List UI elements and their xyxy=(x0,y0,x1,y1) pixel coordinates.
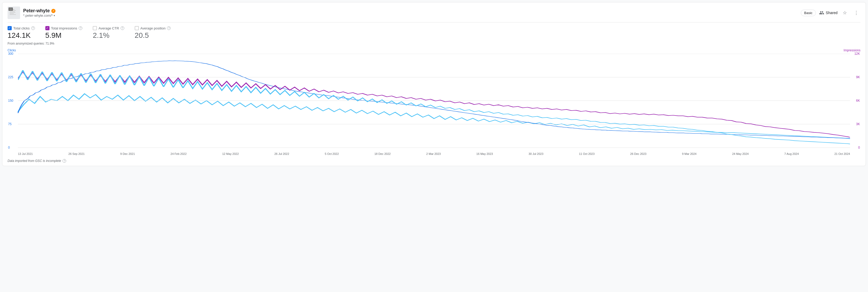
position-help[interactable]: ? xyxy=(167,26,170,30)
x-label-12: 26 Dec 2023 xyxy=(630,152,646,155)
x-label-11: 11 Oct 2023 xyxy=(579,152,594,155)
y-label-300: 300 xyxy=(8,52,13,56)
x-label-8: 2 Mar 2023 xyxy=(426,152,441,155)
shared-button[interactable]: Shared xyxy=(819,10,838,16)
chart-y-label-right: Impressions xyxy=(843,49,861,52)
svg-rect-3 xyxy=(10,11,15,12)
svg-rect-6 xyxy=(10,14,16,15)
svg-rect-5 xyxy=(10,13,14,14)
svg-rect-4 xyxy=(10,12,16,13)
impressions-label: Total impressions xyxy=(51,26,77,30)
footer-help[interactable]: ? xyxy=(63,159,66,163)
main-chart-svg xyxy=(18,54,850,148)
impressions-checkbox[interactable] xyxy=(45,26,50,30)
more-icon: ⋮ xyxy=(854,10,859,16)
x-label-0: 13 Jul 2021 xyxy=(18,152,33,155)
badge-label: Basic xyxy=(804,11,812,15)
ctr-label: Average CTR xyxy=(98,26,119,30)
position-label: Average position xyxy=(141,26,166,30)
metric-average-position: Average position ? 20.5 xyxy=(135,26,171,40)
svg-rect-8 xyxy=(9,8,12,10)
clicks-help[interactable]: ? xyxy=(31,26,35,30)
main-container: Peter-whyte ✓ *.peter-whyte.com/* ▾ Basi… xyxy=(2,2,866,166)
ctr-help[interactable]: ? xyxy=(121,26,124,30)
y-label-12k: 12K xyxy=(855,52,860,56)
position-value: 20.5 xyxy=(135,31,171,40)
x-label-3: 24 Feb 2022 xyxy=(170,152,187,155)
y-label-6k: 6K xyxy=(856,99,860,103)
y-label-75: 75 xyxy=(8,122,11,126)
y-label-0-right: 0 xyxy=(858,146,860,149)
x-labels: 13 Jul 2021 26 Sep 2021 9 Dec 2021 24 Fe… xyxy=(18,152,850,155)
site-thumbnail xyxy=(7,6,20,19)
site-name: Peter-whyte ✓ xyxy=(23,8,56,13)
verified-badge: ✓ xyxy=(51,9,56,13)
x-label-13: 9 Mar 2024 xyxy=(682,152,696,155)
y-label-9k: 9K xyxy=(856,75,860,79)
ctr-value: 2.1% xyxy=(93,31,124,40)
x-label-10: 30 Jul 2023 xyxy=(529,152,544,155)
chart-inner: 300 12K 225 9K 150 6K 75 3K 0 0 xyxy=(18,54,850,148)
chart-container: Clicks Impressions 300 12K 225 9K 150 6K… xyxy=(7,49,861,158)
anonymized-note: From anonymized queries: 71.9% xyxy=(7,42,861,46)
chevron-down-icon: ▾ xyxy=(54,14,55,17)
metric-average-ctr: Average CTR ? 2.1% xyxy=(93,26,124,40)
x-label-6: 5 Oct 2022 xyxy=(325,152,339,155)
clicks-checkbox[interactable] xyxy=(7,26,12,30)
position-checkbox[interactable] xyxy=(135,26,139,30)
x-label-7: 18 Dec 2022 xyxy=(374,152,391,155)
metrics-row: Total clicks ? 124.1K Total impressions … xyxy=(7,25,861,40)
star-button[interactable]: ☆ xyxy=(841,9,849,17)
x-label-14: 24 May 2024 xyxy=(732,152,749,155)
shared-label: Shared xyxy=(826,11,838,15)
x-label-2: 9 Dec 2021 xyxy=(120,152,135,155)
header: Peter-whyte ✓ *.peter-whyte.com/* ▾ Basi… xyxy=(7,6,861,19)
metric-total-impressions: Total impressions ? 5.9M xyxy=(45,26,82,40)
x-label-16: 21 Oct 2024 xyxy=(834,152,850,155)
x-label-1: 26 Sep 2021 xyxy=(68,152,85,155)
star-icon: ☆ xyxy=(843,10,847,16)
shared-icon xyxy=(819,10,824,16)
site-name-text: Peter-whyte xyxy=(23,8,50,13)
x-label-15: 7 Aug 2024 xyxy=(784,152,799,155)
clicks-label: Total clicks xyxy=(13,26,30,30)
x-label-9: 16 May 2023 xyxy=(476,152,493,155)
x-label-5: 26 Jul 2022 xyxy=(274,152,289,155)
clicks-value: 124.1K xyxy=(7,31,35,40)
more-button[interactable]: ⋮ xyxy=(852,9,861,17)
basic-badge: Basic xyxy=(801,10,816,16)
y-label-0: 0 xyxy=(8,146,10,149)
site-info: Peter-whyte ✓ *.peter-whyte.com/* ▾ xyxy=(23,8,56,18)
metric-total-clicks: Total clicks ? 124.1K xyxy=(7,26,35,40)
header-left: Peter-whyte ✓ *.peter-whyte.com/* ▾ xyxy=(7,6,56,19)
site-url[interactable]: *.peter-whyte.com/* ▾ xyxy=(23,13,56,18)
footer-note: Data imported from GSC is incomplete ? xyxy=(7,159,861,163)
metric-header-ctr: Average CTR ? xyxy=(93,26,124,30)
chart-y-label-left: Clicks xyxy=(7,49,16,52)
impressions-path xyxy=(18,72,850,137)
metric-header-impressions: Total impressions ? xyxy=(45,26,82,30)
y-label-225: 225 xyxy=(8,75,13,79)
footer-italic-text: Data imported from GSC is incomplete xyxy=(7,159,61,163)
metric-header-position: Average position ? xyxy=(135,26,171,30)
y-label-150: 150 xyxy=(8,99,13,103)
impressions-value: 5.9M xyxy=(45,31,82,40)
header-right: Basic Shared ☆ ⋮ xyxy=(801,9,861,17)
x-label-4: 12 May 2022 xyxy=(222,152,239,155)
site-url-text: *.peter-whyte.com/* xyxy=(23,13,53,18)
impressions-help[interactable]: ? xyxy=(79,26,82,30)
ctr-checkbox[interactable] xyxy=(93,26,97,30)
metric-header-clicks: Total clicks ? xyxy=(7,26,35,30)
y-label-3k: 3K xyxy=(856,122,860,126)
